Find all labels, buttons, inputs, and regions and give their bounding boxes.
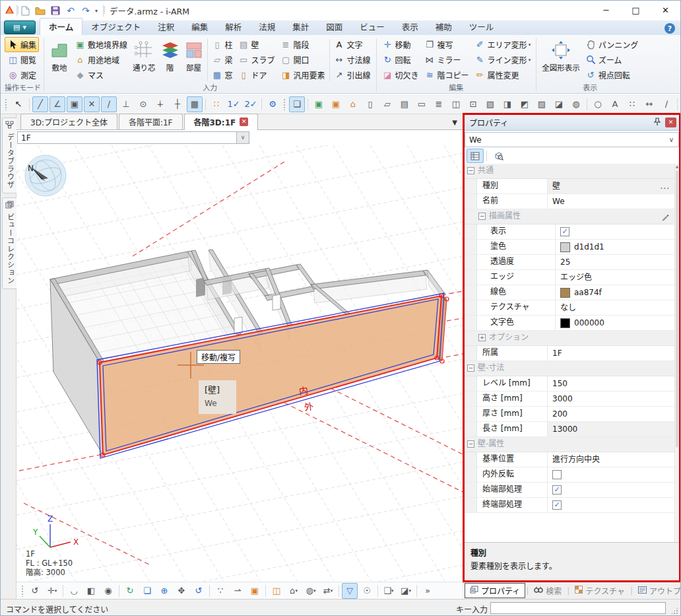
- ribbon-button-ドア[interactable]: ▯ドア: [236, 67, 278, 83]
- ribbon-button-属性変更[interactable]: ✏属性変更: [472, 67, 534, 83]
- select-furniture-button[interactable]: ◩: [517, 96, 533, 112]
- scrollbar-thumb[interactable]: [676, 170, 678, 448]
- select-opening-button[interactable]: ▧: [482, 96, 498, 112]
- checkbox-checked[interactable]: ✓: [552, 485, 562, 495]
- select-area-button[interactable]: ▣: [328, 96, 344, 112]
- select-room-button[interactable]: ▣: [311, 96, 327, 112]
- property-value-始端部処理[interactable]: ✓: [548, 483, 674, 497]
- select-leader-button[interactable]: ∕: [659, 96, 674, 112]
- ribbon-tab-法規[interactable]: 法規: [250, 18, 284, 35]
- select-slab-button[interactable]: ▭: [414, 96, 430, 112]
- ribbon-button-スラブ[interactable]: ▭スラブ: [236, 52, 278, 67]
- snap-intersection-button[interactable]: ✕: [84, 96, 100, 112]
- floor-selector[interactable]: 1F ∨: [17, 131, 249, 144]
- ribbon-button-回転[interactable]: ↻回転: [379, 52, 422, 67]
- view-tab-3D:プロジェクト全体[interactable]: 3D:プロジェクト全体: [20, 114, 117, 129]
- view-tab-各階3D:1F[interactable]: 各階3D:1F✕: [184, 114, 259, 130]
- ribbon-button-梁[interactable]: ▱梁: [209, 52, 236, 67]
- property-value-テクスチャ[interactable]: なし: [556, 300, 674, 315]
- ribbon-button-切欠き[interactable]: ◪切欠き: [379, 67, 422, 83]
- grid-compass-button[interactable]: ✛▾: [44, 583, 60, 599]
- ribbon-button-移動[interactable]: ✛移動: [379, 37, 422, 52]
- view-tab-各階平面:1F[interactable]: 各階平面:1F: [119, 114, 183, 129]
- ribbon-button-マス[interactable]: ◆マス: [72, 67, 130, 83]
- new-file-button[interactable]: [19, 5, 31, 17]
- property-value-基準位置[interactable]: 進行方向中央: [548, 452, 674, 467]
- ribbon-button-用途地域[interactable]: ⌂用途地域: [72, 52, 130, 67]
- grid-toggle-button[interactable]: ▦: [187, 96, 203, 112]
- ribbon-tab-ホーム[interactable]: ホーム: [40, 18, 82, 35]
- redo-button[interactable]: ↷: [80, 5, 92, 17]
- property-value-所属[interactable]: 1F: [548, 346, 674, 360]
- lighting-button[interactable]: ☉: [359, 583, 375, 599]
- snap-settings-button[interactable]: ⚙: [265, 96, 280, 112]
- property-value-レベル [mm][interactable]: 150: [548, 376, 674, 391]
- ribbon-tab-補助[interactable]: 補助: [427, 18, 461, 35]
- ellipsis-button[interactable]: ...: [661, 180, 670, 193]
- dock-tab-プロパティ[interactable]: プロパティ: [465, 583, 525, 598]
- ribbon-button-ズーム[interactable]: ズーム: [583, 52, 641, 67]
- application-menu-button[interactable]: ▤▼: [4, 20, 36, 34]
- scroll-up-arrow[interactable]: ▲: [675, 164, 679, 168]
- collapse-icon[interactable]: −: [467, 364, 474, 372]
- collapse-icon[interactable]: −: [467, 167, 474, 174]
- property-value-高さ [mm][interactable]: 3000: [548, 392, 674, 406]
- open-file-button[interactable]: [34, 5, 46, 17]
- select-fixture-button[interactable]: ◨: [500, 96, 515, 112]
- ribbon-button-エリア変形[interactable]: ✐エリア変形▾: [472, 37, 534, 52]
- show-elements-button[interactable]: ◉: [100, 583, 116, 599]
- ribbon-tab-オブジェクト[interactable]: オブジェクト: [82, 18, 149, 35]
- ribbon-tab-図面[interactable]: 図面: [317, 18, 351, 35]
- panel-close-button[interactable]: ✕: [665, 118, 676, 127]
- snap-axis-button[interactable]: ┼: [170, 96, 185, 112]
- ribbon-button-ライン変形[interactable]: ✎ライン変形▾: [472, 52, 534, 67]
- eyedropper-icon[interactable]: [661, 209, 670, 224]
- drag-grip[interactable]: [21, 585, 24, 597]
- section-box-button[interactable]: ◪▾: [398, 583, 414, 599]
- key-input-field[interactable]: [490, 602, 666, 614]
- ribbon-tab-編集[interactable]: 編集: [183, 18, 216, 35]
- color-swatch[interactable]: [560, 288, 570, 298]
- zoom-window-button[interactable]: ⊕: [156, 583, 172, 599]
- ribbon-button-部屋[interactable]: 部屋: [182, 37, 206, 74]
- property-value-塗色[interactable]: d1d1d1: [556, 240, 674, 254]
- ribbon-button-引出線[interactable]: ↗引出線: [331, 67, 373, 83]
- rail-tab-データブラウザ[interactable]: データブラウザ: [2, 118, 17, 193]
- property-value-エッジ[interactable]: エッジ色: [556, 270, 674, 285]
- walk-button[interactable]: ∵: [212, 583, 228, 599]
- property-section-壁-属性[interactable]: −壁-属性: [465, 437, 674, 452]
- select-grid-axis-button[interactable]: ∷: [624, 96, 640, 112]
- property-section-描画属性[interactable]: −描画属性: [465, 209, 674, 224]
- rail-tab-ビューコレクション[interactable]: ビューコレクション: [2, 197, 17, 289]
- snap-center-button[interactable]: ⊙: [135, 96, 151, 112]
- ribbon-button-全図形表示[interactable]: 全図形表示: [539, 37, 583, 74]
- drag-grip[interactable]: [5, 98, 8, 110]
- select-stair-button[interactable]: ≣: [431, 96, 447, 112]
- resize-grip[interactable]: [670, 607, 678, 615]
- property-section-共通[interactable]: −共通: [465, 164, 674, 179]
- property-value-厚さ [mm][interactable]: 200: [548, 407, 674, 421]
- color-swatch[interactable]: [560, 318, 570, 328]
- ribbon-button-汎用要素[interactable]: ◨汎用要素: [278, 67, 328, 83]
- display-style-button[interactable]: ❑▾: [381, 583, 397, 599]
- select-equipment-button[interactable]: ▨: [534, 96, 550, 112]
- ribbon-button-通り芯[interactable]: 通り芯: [130, 37, 158, 74]
- select-door-button[interactable]: ⊡: [465, 96, 481, 112]
- ribbon-button-開口[interactable]: ▢開口: [278, 52, 328, 67]
- property-grid-scrollbar[interactable]: ▲: [674, 164, 679, 542]
- collapse-icon[interactable]: −: [467, 440, 474, 448]
- expand-icon[interactable]: +: [478, 334, 486, 341]
- ribbon-button-閲覧[interactable]: ◫閲覧: [5, 52, 39, 67]
- dock-tab-テクスチャ[interactable]: テクスチャ: [570, 584, 630, 598]
- minimize-button[interactable]: ─: [591, 1, 621, 20]
- select-beam-button[interactable]: ▱: [379, 96, 395, 112]
- property-value-内外反転[interactable]: [548, 467, 674, 482]
- select-column-button[interactable]: ▯: [362, 96, 378, 112]
- walkthrough-button[interactable]: ⇀: [230, 583, 245, 599]
- property-value-長さ [mm][interactable]: 13000: [548, 422, 674, 436]
- hide-elements-button[interactable]: ◡: [66, 583, 82, 599]
- select-mass-button[interactable]: ◪: [551, 96, 567, 112]
- pan-button[interactable]: ✥: [174, 583, 189, 599]
- pin-icon[interactable]: [652, 118, 663, 128]
- grid-points-button[interactable]: ∷: [209, 96, 224, 112]
